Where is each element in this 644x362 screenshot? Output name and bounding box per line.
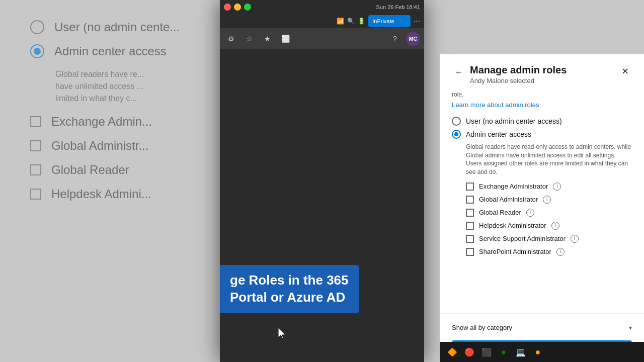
role-label-exchange: Exchange Administrator [479,183,548,190]
checkbox-global-reader[interactable] [466,209,474,217]
admin-center-description: Global readers have read-only access to … [466,143,632,176]
role-label-service-support: Service Support Administrator [479,235,566,242]
radio-circle-admin [452,130,461,139]
info-icon-global-reader[interactable]: i [526,209,534,217]
help-icon[interactable]: ? [388,32,402,46]
battery-icon: 🔋 [358,18,365,25]
more-options-icon[interactable]: ··· [414,17,420,26]
radio-user-no-admin[interactable]: User (no admin center access) [452,117,632,126]
clock-display: Sun 26 Feb 18:41 [376,4,420,10]
checkbox-helpdesk[interactable] [466,222,474,230]
annotation-overlay: ge Roles in the 365 Portal or Azure AD [220,265,359,313]
show-all-label: Show all by category [452,324,512,331]
user-mc-avatar[interactable]: MC [406,32,420,46]
modal-title-area: Manage admin roles Andy Malone selected [466,64,618,84]
info-icon-exchange[interactable]: i [553,183,561,191]
close-modal-button[interactable]: ✕ [618,64,632,78]
checkbox-sharepoint[interactable] [466,248,474,256]
inprivate-label: InPrivate [372,18,394,24]
share-icon[interactable]: ⬜ [278,32,292,46]
maximize-window-icon[interactable] [244,4,251,11]
close-window-icon[interactable] [224,4,231,11]
info-icon-helpdesk[interactable]: i [551,222,559,230]
checkbox-global-admin[interactable] [466,196,474,204]
info-icon-service-support[interactable]: i [571,235,579,243]
taskbar-icon-2[interactable]: 🔴 [463,345,476,358]
browser-titlebar: Sun 26 Feb 18:41 [220,0,424,14]
radio-circle-user [452,117,461,126]
role-label-helpdesk: Helpdesk Administrator [479,222,546,229]
chevron-down-icon: ▾ [629,324,632,331]
role-item-global-admin[interactable]: Global Administrator i [466,196,632,204]
browser-toolbar: ⚙ ☆ ★ ⬜ ? MC [220,28,424,49]
taskbar-icon-3[interactable]: ⬛ [480,345,493,358]
bg-description-text: Global readers have re... have unlimited… [30,68,144,105]
role-label-sharepoint: SharePoint Administrator [479,248,551,255]
role-label-global-admin: Global Administrator [479,196,538,203]
browser-status-bar: 📶 🔍 🔋 InPrivate 👤 ··· [220,14,424,28]
taskbar-icon-6[interactable]: ● [531,345,544,358]
radio-label-admin: Admin center access [466,130,531,138]
manage-admin-roles-modal: ← Manage admin roles Andy Malone selecte… [440,54,644,362]
annotation-line2: Portal or Azure AD [230,290,345,305]
modal-subtitle: Andy Malone selected [470,77,614,84]
back-button[interactable]: ← [452,65,466,79]
learn-more-link[interactable]: Learn more about admin roles [452,101,632,109]
bg-checkbox-exchange [30,116,41,127]
show-all-by-category-button[interactable]: Show all by category ▾ [452,320,632,335]
titlebar-traffic-lights [224,4,251,11]
bg-radio-user [30,20,44,34]
bg-checkbox-global-admin [30,140,41,151]
settings-icon[interactable]: ⚙ [224,32,238,46]
annotation-line1: ge Roles in the 365 [230,273,349,288]
checkbox-service-support[interactable] [466,235,474,243]
bg-admin-label: Admin center access [54,44,167,58]
role-label-global-reader: Global Reader [479,209,521,216]
bg-user-label: User (no admin cente... [54,20,180,34]
search-icon: 🔍 [347,18,355,25]
wifi-icon: 📶 [337,18,344,25]
bg-checkbox-global-reader [30,164,41,175]
bg-checkbox-helpdesk [30,189,41,200]
info-icon-global-admin[interactable]: i [543,196,551,204]
bg-exchange-label: Exchange Admin... [51,115,152,129]
svg-marker-0 [278,328,285,339]
taskbar-icon-4[interactable]: ● [497,345,510,358]
taskbar-icon-5[interactable]: 💻 [514,345,527,358]
role-item-sharepoint[interactable]: SharePoint Administrator i [466,248,632,256]
favorites-icon[interactable]: ☆ [242,32,256,46]
roles-list: Exchange Administrator i Global Administ… [466,183,632,256]
user-avatar-small: 👤 [396,16,407,26]
modal-title: Manage admin roles [470,64,614,76]
role-item-global-reader[interactable]: Global Reader i [466,209,632,217]
modal-body: role. Learn more about admin roles User … [440,84,644,313]
role-item-exchange[interactable]: Exchange Administrator i [466,183,632,191]
bg-radio-admin [30,44,44,58]
checkbox-exchange[interactable] [466,183,474,191]
taskbar-icon-1[interactable]: 🔶 [446,345,459,358]
cursor [278,328,288,340]
inprivate-badge: InPrivate 👤 [368,15,410,27]
role-item-service-support[interactable]: Service Support Administrator i [466,235,632,243]
modal-description: role. [452,90,632,99]
modal-header: ← Manage admin roles Andy Malone selecte… [440,54,644,84]
role-item-helpdesk[interactable]: Helpdesk Administrator i [466,222,632,230]
taskbar: 🔶 🔴 ⬛ ● 💻 ● [440,342,644,362]
bg-helpdesk-label: Helpdesk Admini... [51,187,151,201]
info-icon-sharepoint[interactable]: i [556,248,565,256]
minimize-window-icon[interactable] [234,4,241,11]
bg-global-admin-label: Global Administr... [51,139,148,153]
radio-label-user: User (no admin center access) [466,117,562,125]
bg-global-reader-label: Global Reader [51,163,129,177]
radio-admin-center[interactable]: Admin center access [452,130,632,139]
collections-icon[interactable]: ★ [260,32,274,46]
